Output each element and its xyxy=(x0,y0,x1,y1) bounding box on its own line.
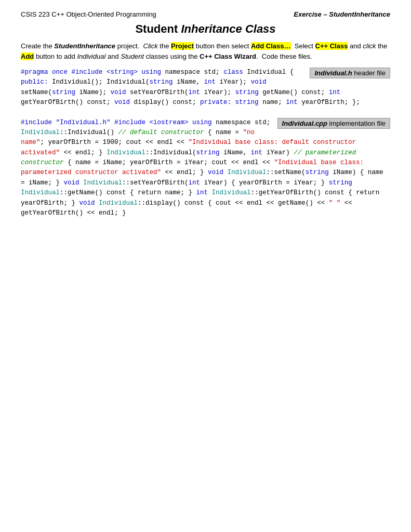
course-info: CSIS 223 C++ Object-Oriented Programming xyxy=(21,10,156,18)
individual-cpp-label: Individual.cpp implementation file xyxy=(277,118,390,129)
title-italic: Inheritance Class xyxy=(181,22,275,35)
project-name: StudentInheritance xyxy=(54,42,115,50)
individual-h-section: Individual.h header file #pragma once #i… xyxy=(21,68,390,108)
project-button: Project xyxy=(171,42,194,50)
page-title: Student Inheritance Class xyxy=(21,22,390,36)
individual-h-label: Individual.h header file xyxy=(310,68,390,78)
add-button: Add xyxy=(21,52,34,60)
individual-cpp-section: Individual.cpp implementation file #incl… xyxy=(21,118,390,219)
individual-cpp-code: #include "Individual.h" #include <iostre… xyxy=(21,118,390,219)
intro-paragraph: Create the StudentInheritance project. C… xyxy=(21,41,390,61)
cpp-class-option: C++ Class xyxy=(315,42,348,50)
wizard-name: C++ Class Wizard xyxy=(200,52,256,60)
title-prefix: Student xyxy=(135,22,181,35)
add-class-button: Add Class… xyxy=(251,42,291,50)
exercise-title: Exercise – StudentInheritance xyxy=(294,10,390,18)
